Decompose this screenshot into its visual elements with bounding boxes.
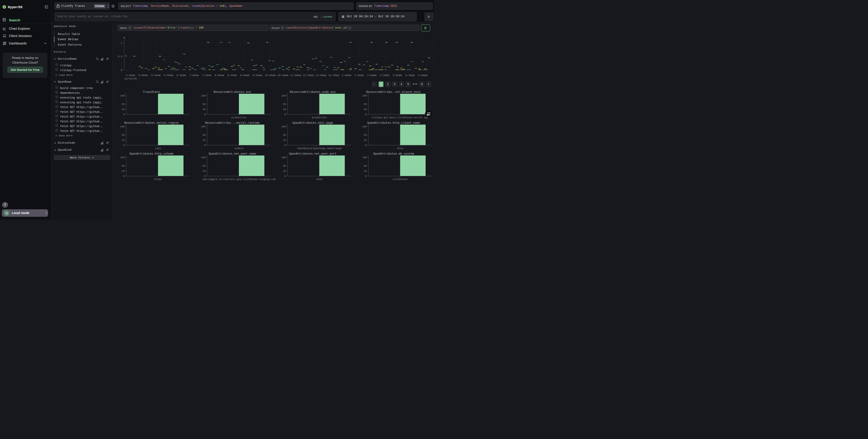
svg-text:50: 50: [283, 134, 286, 137]
svg-text:4:00pm: 4:00pm: [418, 74, 427, 77]
svg-text:12:30pm: 12:30pm: [328, 74, 339, 77]
svg-text:100: 100: [120, 94, 125, 97]
svg-text:5:00am: 5:00am: [138, 74, 148, 77]
svg-text:6:30am: 6:30am: [177, 74, 186, 77]
svg-text:50: 50: [203, 134, 206, 137]
svg-text:z5prz9ggc4.us-central1.gcp.cli: z5prz9ggc4.us-central1.gcp.clickhouse-st…: [202, 178, 276, 181]
svg-text:9:00am: 9:00am: [240, 74, 250, 77]
svg-text:0: 0: [284, 113, 286, 116]
svg-text:0: 0: [365, 113, 367, 116]
svg-text:production: production: [312, 116, 327, 119]
svg-text:25: 25: [364, 108, 367, 111]
svg-text:100: 100: [120, 125, 125, 128]
svg-text:ResourceAttributes.env: ResourceAttributes.env: [214, 91, 251, 94]
svg-text:25: 25: [283, 108, 286, 111]
svg-text:25: 25: [364, 170, 367, 173]
svg-text:25: 25: [122, 170, 125, 173]
svg-text:25: 25: [122, 108, 125, 111]
svg-text:8:00am: 8:00am: [215, 74, 224, 77]
svg-text:11:30am: 11:30am: [303, 74, 314, 77]
svg-text:SpanAttributes.db.system: SpanAttributes.db.system: [373, 152, 414, 155]
svg-text:ResourceAttribu..cel.branch_ho: ResourceAttribu..cel.branch_host: [366, 91, 421, 94]
svg-text:25: 25: [283, 139, 286, 142]
svg-text:10/10/25: 10/10/25: [124, 77, 136, 80]
svg-text:4:30am: 4:30am: [126, 74, 135, 77]
svg-text:50: 50: [203, 165, 206, 167]
svg-text:50: 50: [122, 103, 125, 106]
svg-text:0: 0: [284, 175, 286, 177]
svg-text:100: 100: [282, 125, 286, 128]
svg-text:2:30pm: 2:30pm: [380, 74, 389, 77]
svg-text:SpanAttributes.next.page: SpanAttributes.next.page: [292, 121, 333, 125]
svg-text:50: 50: [364, 165, 367, 167]
svg-text:SpanAttributes.http.scheme: SpanAttributes.http.scheme: [129, 152, 174, 155]
svg-text:5:30am: 5:30am: [151, 74, 161, 77]
svg-text:100: 100: [201, 125, 206, 128]
svg-text:50: 50: [122, 165, 125, 167]
svg-text:10:30am: 10:30am: [277, 74, 288, 77]
svg-text:0: 0: [204, 113, 206, 116]
svg-text:1:00pm: 1:00pm: [342, 74, 351, 77]
svg-text:0: 0: [365, 144, 367, 147]
svg-text:2:00pm: 2:00pm: [367, 74, 377, 77]
svg-text:100: 100: [201, 156, 206, 159]
svg-text:0.5: 0.5: [118, 55, 123, 58]
svg-text:0: 0: [204, 144, 206, 147]
svg-text:50: 50: [364, 134, 367, 137]
svg-text:ResourceAttributes.vercel.regi: ResourceAttributes.vercel.region: [124, 121, 179, 125]
svg-text:25: 25: [203, 108, 206, 111]
svg-text:0: 0: [121, 68, 123, 71]
svg-text:25: 25: [203, 170, 206, 173]
svg-text:25: 25: [122, 139, 125, 142]
svg-text:nodejs: nodejs: [235, 147, 243, 150]
svg-text:50: 50: [283, 165, 286, 167]
svg-text:0: 0: [123, 175, 125, 177]
svg-text:100: 100: [362, 156, 367, 159]
svg-text:50: 50: [122, 134, 125, 137]
svg-text:11:00am: 11:00am: [290, 74, 301, 77]
svg-text:12:00pm: 12:00pm: [316, 74, 327, 77]
svg-text:0: 0: [284, 144, 286, 147]
svg-text:/dashboard/[package_name]/page: /dashboard/[package_name]/page: [297, 147, 342, 150]
svg-text:0: 0: [204, 175, 206, 177]
svg-text:3:00pm: 3:00pm: [393, 74, 402, 77]
svg-text:3:30pm: 3:30pm: [405, 74, 415, 77]
svg-text:SpanAttributes.net.peer.name: SpanAttributes.net.peer.name: [209, 152, 256, 155]
svg-text:50: 50: [203, 103, 206, 106]
svg-text:0: 0: [123, 144, 125, 147]
svg-text:7:30am: 7:30am: [202, 74, 212, 77]
svg-text:iad1: iad1: [155, 147, 161, 150]
svg-text:SpanAttributes.http.client.nam: SpanAttributes.http.client.name: [367, 121, 420, 125]
svg-text:8443: 8443: [316, 178, 322, 181]
svg-text:100: 100: [282, 94, 286, 97]
svg-text:0: 0: [365, 175, 367, 177]
svg-text:100: 100: [362, 94, 367, 97]
svg-text:clickpy-git-main-clickhouse.ve: clickpy-git-main-clickhouse.vercel.app: [372, 116, 429, 119]
svg-text:10:00am: 10:00am: [265, 74, 276, 77]
svg-text:7:00am: 7:00am: [189, 74, 199, 77]
svg-text:production: production: [231, 116, 246, 119]
svg-text:25: 25: [203, 139, 206, 142]
svg-text:1:30pm: 1:30pm: [354, 74, 364, 77]
svg-text:https: https: [154, 178, 162, 181]
svg-text:100: 100: [362, 125, 367, 128]
svg-text:100: 100: [201, 94, 206, 97]
svg-text:100: 100: [282, 156, 286, 159]
svg-text:50: 50: [283, 103, 286, 106]
svg-text:100: 100: [120, 156, 125, 159]
svg-text:ResourceAttributes.node.env: ResourceAttributes.node.env: [290, 91, 336, 94]
svg-text:0: 0: [123, 113, 125, 116]
svg-text:clickhouse: clickhouse: [393, 178, 408, 181]
svg-text:6:00am: 6:00am: [164, 74, 173, 77]
svg-text:9:30am: 9:30am: [253, 74, 262, 77]
svg-text:50: 50: [364, 103, 367, 106]
svg-text:SpanAttributes.net.peer.port: SpanAttributes.net.peer.port: [289, 152, 336, 155]
svg-text:1: 1: [121, 41, 123, 45]
svg-text:http: http: [397, 147, 403, 150]
svg-text:8:30am: 8:30am: [227, 74, 237, 77]
svg-text:25: 25: [283, 170, 286, 173]
svg-text:25: 25: [364, 139, 367, 142]
svg-text:ResourceAttribu...vercel.runti: ResourceAttribu...vercel.runtime: [205, 121, 259, 125]
svg-text:TraceState: TraceState: [143, 91, 160, 94]
